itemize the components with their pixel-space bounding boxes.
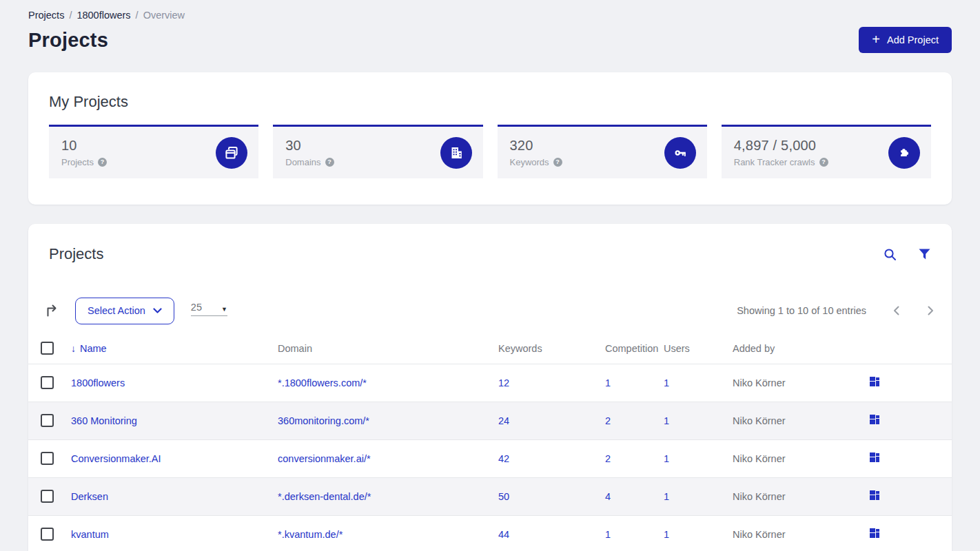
projects-table-title: Projects [49, 245, 103, 263]
help-icon[interactable]: ? [325, 158, 334, 167]
projects-panel-head: Projects [28, 245, 952, 264]
page-header: Projects + Add Project [28, 27, 952, 53]
project-domain-link[interactable]: conversionmaker.ai/* [278, 453, 371, 464]
page-title: Projects [28, 29, 108, 52]
project-domain-link[interactable]: *.derksen-dental.de/* [278, 491, 371, 502]
dashboard-grid-icon[interactable] [870, 377, 880, 386]
projects-table-body: 1800flowers *.1800flowers.com/* 12 1 1 N… [28, 364, 952, 551]
stat-card-projects: 10 Projects ? [49, 125, 258, 178]
column-header-users[interactable]: Users [664, 333, 733, 364]
page-size-select[interactable]: 25 ▼ [191, 302, 227, 316]
dashboard-grid-icon[interactable] [870, 453, 880, 462]
projects-stack-icon [216, 137, 247, 169]
breadcrumb-separator: / [69, 10, 72, 21]
stat-label-crawls: Rank Tracker crawls [734, 157, 815, 167]
filter-icon[interactable] [918, 248, 931, 261]
added-by-value: Niko Körner [733, 377, 786, 388]
project-name-link[interactable]: 360 Monitoring [71, 415, 137, 426]
project-users-value[interactable]: 1 [664, 491, 669, 502]
project-domain-link[interactable]: *.1800flowers.com/* [278, 377, 367, 388]
dashboard-grid-icon[interactable] [870, 490, 880, 500]
export-arrow-icon[interactable] [45, 303, 60, 318]
add-project-label: Add Project [887, 34, 939, 45]
project-users-value[interactable]: 1 [664, 415, 669, 426]
project-competition-value[interactable]: 1 [605, 529, 611, 540]
project-competition-value[interactable]: 4 [605, 491, 611, 502]
stats-row: 10 Projects ? 30 [49, 125, 931, 178]
stat-value-crawls: 4,897 / 5,000 [734, 138, 828, 154]
project-keywords-value[interactable]: 50 [498, 491, 509, 502]
column-header-domain[interactable]: Domain [278, 333, 498, 364]
page-size-value: 25 [191, 302, 202, 313]
project-keywords-value[interactable]: 24 [498, 415, 509, 426]
puzzle-icon [888, 137, 920, 169]
project-name-link[interactable]: Conversionmaker.AI [71, 453, 161, 464]
page-root: Projects / 1800flowers / Overview Projec… [0, 0, 980, 551]
project-users-value[interactable]: 1 [664, 529, 669, 540]
help-icon[interactable]: ? [98, 158, 107, 167]
breadcrumb-projects[interactable]: Projects [28, 10, 64, 21]
project-keywords-value[interactable]: 42 [498, 453, 509, 464]
help-icon[interactable]: ? [819, 158, 828, 167]
column-header-added-by[interactable]: Added by [733, 333, 870, 364]
dashboard-grid-icon[interactable] [870, 528, 880, 538]
project-domain-link[interactable]: *.kvantum.de/* [278, 529, 343, 540]
project-competition-value[interactable]: 1 [605, 377, 611, 388]
column-header-keywords[interactable]: Keywords [498, 333, 605, 364]
stat-label-keywords: Keywords [510, 157, 549, 167]
breadcrumb-1800flowers[interactable]: 1800flowers [76, 10, 130, 21]
my-projects-panel: My Projects 10 Projects ? [28, 72, 952, 205]
building-icon [440, 137, 472, 169]
added-by-value: Niko Körner [733, 491, 786, 502]
project-name-link[interactable]: kvantum [71, 529, 109, 540]
select-all-checkbox[interactable] [41, 342, 54, 355]
help-icon[interactable]: ? [553, 158, 562, 167]
row-checkbox[interactable] [41, 452, 54, 465]
stat-card-keywords: 320 Keywords ? [498, 125, 707, 178]
table-header-row: ↓Name Domain Keywords Competition Users … [28, 333, 952, 364]
dashboard-grid-icon[interactable] [870, 415, 880, 424]
pagination-prev-icon[interactable] [892, 304, 901, 317]
row-checkbox[interactable] [41, 528, 54, 541]
stat-card-crawls: 4,897 / 5,000 Rank Tracker crawls ? [722, 125, 931, 178]
search-icon[interactable] [883, 247, 897, 262]
stat-value-keywords: 320 [510, 138, 562, 154]
breadcrumb: Projects / 1800flowers / Overview [28, 0, 952, 21]
select-action-label: Select Action [88, 305, 145, 316]
add-project-button[interactable]: + Add Project [859, 27, 952, 53]
projects-table: ↓Name Domain Keywords Competition Users … [28, 333, 952, 551]
project-competition-value[interactable]: 2 [605, 415, 611, 426]
row-checkbox[interactable] [41, 414, 54, 427]
project-keywords-value[interactable]: 44 [498, 529, 509, 540]
showing-entries-text: Showing 1 to 10 of 10 entries [737, 305, 866, 316]
stat-value-projects: 10 [61, 138, 107, 154]
project-name-link[interactable]: 1800flowers [71, 377, 125, 388]
breadcrumb-separator: / [136, 10, 139, 21]
row-checkbox[interactable] [41, 376, 54, 389]
chevron-down-icon [153, 308, 162, 314]
plus-icon: + [872, 32, 880, 46]
select-action-dropdown[interactable]: Select Action [75, 298, 174, 324]
pagination-next-icon[interactable] [926, 304, 935, 317]
column-header-name[interactable]: ↓Name [71, 333, 278, 364]
project-users-value[interactable]: 1 [664, 453, 669, 464]
table-row: kvantum *.kvantum.de/* 44 1 1 Niko Körne… [28, 515, 952, 551]
stat-label-domains: Domains [285, 157, 320, 167]
table-row: Derksen *.derksen-dental.de/* 50 4 1 Nik… [28, 477, 952, 515]
stat-card-domains: 30 Domains ? [273, 125, 482, 178]
caret-down-icon: ▼ [221, 306, 227, 313]
project-name-link[interactable]: Derksen [71, 491, 108, 502]
table-row: 360 Monitoring 360monitoring.com/* 24 2 … [28, 402, 952, 439]
breadcrumb-overview: Overview [143, 10, 185, 21]
added-by-value: Niko Körner [733, 453, 786, 464]
project-users-value[interactable]: 1 [664, 377, 669, 388]
table-toolbar: Select Action 25 ▼ Showing 1 to 10 of 10… [28, 297, 952, 324]
key-icon [664, 137, 696, 169]
project-domain-link[interactable]: 360monitoring.com/* [278, 415, 369, 426]
column-header-competition[interactable]: Competition [605, 333, 664, 364]
added-by-value: Niko Körner [733, 529, 786, 540]
stat-label-projects: Projects [61, 157, 94, 167]
project-competition-value[interactable]: 2 [605, 453, 611, 464]
project-keywords-value[interactable]: 12 [498, 377, 509, 388]
row-checkbox[interactable] [41, 490, 54, 503]
